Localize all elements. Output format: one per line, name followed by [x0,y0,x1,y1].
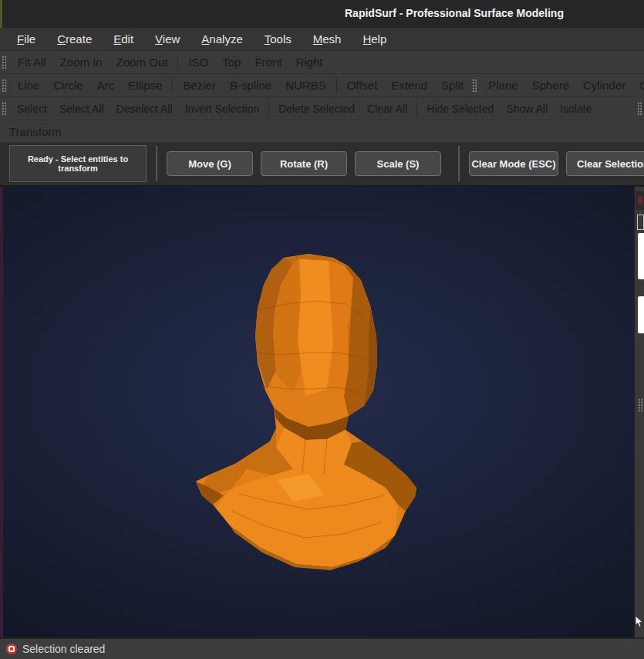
window-edge-sliver [0,187,3,637]
status-message: Selection cleared [22,643,105,655]
toolbar-grip[interactable] [2,79,7,93]
menu-help[interactable]: Help [352,32,397,46]
menu-bar: File Create Edit View Analyze Tools Mesh… [0,28,644,51]
toolbar-curves-surfaces: Line Circle Arc Ellipse Bezier B-spline … [0,74,644,97]
move-button[interactable]: Move (G) [167,151,253,176]
toolbar-button-circle[interactable]: Circle [46,79,89,92]
toolbar-separator [268,101,269,117]
toolbar-selection: Select Select All Deselect All Invert Se… [0,97,644,120]
transform-separator [458,146,460,181]
panel-button-sliver [637,215,644,230]
rotate-button[interactable]: Rotate (R) [261,151,347,176]
transform-separator [156,146,157,181]
properties-panel-sliver[interactable] [634,187,644,637]
scale-button[interactable]: Scale (S) [355,151,441,176]
menu-tools[interactable]: Tools [254,32,302,46]
toolbar-button-select[interactable]: Select [11,103,53,115]
toolbar-button-clear-all[interactable]: Clear All [361,103,413,115]
menu-file[interactable]: File [6,32,46,46]
toolbar-separator [172,78,173,93]
toolbar-button-sphere[interactable]: Sphere [525,79,576,92]
toolbar-button-hide-selected[interactable]: Hide Selected [420,103,500,115]
panel-field-sliver [638,233,644,279]
toolbar-grip[interactable] [2,56,7,69]
toolbar-button-bspline[interactable]: B-spline [223,79,278,92]
toolbar-view: Fit All Zoom In Zoom Out ISO Top Front R… [0,51,644,74]
mouse-cursor [635,616,644,628]
app-window: RapidSurf - Professional Surface Modelin… [0,0,644,659]
toolbar-button-split[interactable]: Split [434,79,470,92]
menu-edit[interactable]: Edit [103,32,144,46]
panel-splitter-grip[interactable] [638,398,642,412]
toolbar-button-fit-all[interactable]: Fit All [11,56,53,69]
clear-selection-button[interactable]: Clear Selection [566,151,644,176]
toolbar-button-invert-selection[interactable]: Invert Selection [179,103,266,115]
toolbar-button-show-all[interactable]: Show All [500,103,554,115]
toolbar-button-cone[interactable]: Cone [632,79,644,92]
desktop-edge-sliver [0,0,2,28]
panel-tab-sliver [636,191,644,210]
toolbar-button-select-all[interactable]: Select All [53,103,110,115]
transform-toolbar: Ready - Select entities to transform Mov… [0,142,644,187]
target-icon [6,644,17,654]
status-bar: Selection cleared [0,637,644,659]
viewport-3d[interactable] [0,187,644,637]
toolbar-button-zoom-out[interactable]: Zoom Out [110,56,175,69]
toolbar-grip[interactable] [472,79,477,93]
toolbar-grip[interactable] [637,102,642,116]
toolbar-button-offset[interactable]: Offset [340,79,385,92]
toolbar-button-bezier[interactable]: Bezier [176,79,223,92]
toolbar-button-deselect-all[interactable]: Deselect All [110,103,179,115]
toolbar-button-extend[interactable]: Extend [384,79,434,92]
menu-view[interactable]: View [144,32,191,46]
transform-label: Transform [9,125,62,138]
clear-mode-button[interactable]: Clear Mode (ESC) [469,151,558,176]
head-bust-model[interactable] [0,187,634,637]
toolbar-button-ellipse[interactable]: Ellipse [121,79,169,92]
toolbar-button-line[interactable]: Line [11,79,46,92]
toolbar-button-nurbs[interactable]: NURBS [278,79,333,92]
toolbar-separator [416,101,417,117]
toolbar-button-right[interactable]: Right [288,56,329,69]
toolbar-button-top[interactable]: Top [215,56,248,69]
window-title: RapidSurf - Professional Surface Modelin… [345,7,564,19]
toolbar-button-isolate[interactable]: Isolate [554,103,598,115]
toolbar-button-arc[interactable]: Arc [90,79,122,92]
toolbar-button-plane[interactable]: Plane [481,79,524,92]
toolbar-button-delete-selected[interactable]: Delete Selected [272,103,361,115]
toolbar-grip[interactable] [2,102,7,116]
toolbar-button-cylinder[interactable]: Cylinder [576,79,632,92]
toolbar-button-zoom-in[interactable]: Zoom In [53,56,110,69]
toolbar-button-iso[interactable]: ISO [181,56,215,69]
title-bar[interactable]: RapidSurf - Professional Surface Modelin… [0,0,644,28]
transform-status-box: Ready - Select entities to transform [9,145,147,182]
toolbar-separator [336,78,337,93]
toolbar-button-front[interactable]: Front [248,56,288,69]
menu-analyze[interactable]: Analyze [191,32,253,46]
transform-toolbar-title: Transform [0,120,644,142]
menu-mesh[interactable]: Mesh [302,32,352,46]
panel-text-fragment [638,196,642,204]
toolbar-separator [177,55,178,70]
menu-create[interactable]: Create [46,32,103,46]
panel-field-sliver [638,296,644,333]
